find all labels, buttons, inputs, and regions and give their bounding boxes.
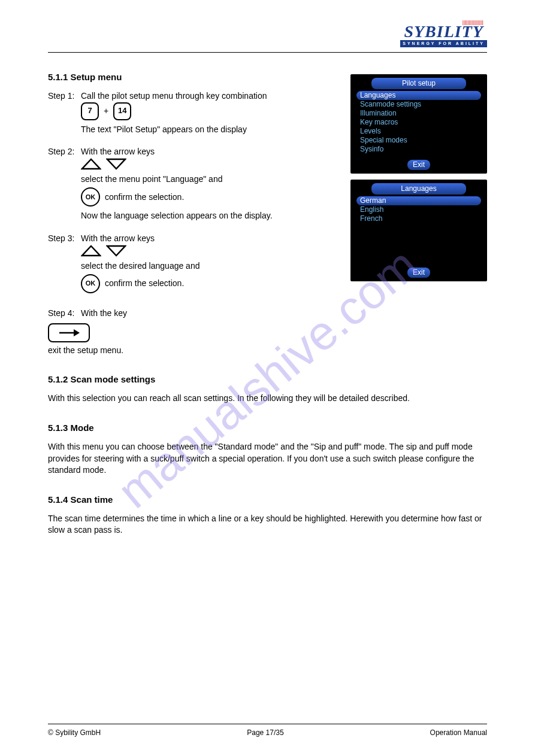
step2-label: Step 2: [48,146,81,158]
step4-text1: With the key [81,308,337,320]
brand-logo: SYBILITY SYNERGY FOR ABILITY [400,24,487,47]
key-14-icon: 14 [113,102,131,120]
svg-marker-1 [107,159,125,169]
brand-tagline: SYNERGY FOR ABILITY [400,40,487,47]
ok-button-icon: OK [81,274,100,293]
footer-right: Operation Manual [430,728,487,738]
step3-text1: With the arrow keys [81,233,337,245]
step2-text4: Now the language selection appears on th… [81,210,337,222]
arrow-down-icon [106,245,126,257]
key-7-icon: 7 [81,102,99,120]
heading-scan-mode: 5.1.2 Scan mode settings [48,373,487,385]
step3-text3: confirm the selection. [105,278,184,290]
mode-text: With this menu you can choose between th… [48,441,487,476]
page-header: SYBILITY SYNERGY FOR ABILITY [48,24,487,53]
step3-label: Step 3: [48,233,81,245]
arrow-up-icon [81,158,101,170]
step3-text2: select the desired language and [81,260,337,272]
step2-text3: confirm the selection. [105,192,184,204]
scan-time-text: The scan time determines the time in whi… [48,513,487,536]
heading-scan-time: 5.1.4 Scan time [48,493,487,506]
step1-label: Step 1: [48,90,81,102]
heading-mode: 5.1.3 Mode [48,421,487,434]
ok-button-icon: OK [81,187,100,207]
step2-text2: select the menu point "Language" and [81,174,337,186]
step1-text1: Call the pilot setup menu through key co… [81,90,337,102]
svg-marker-2 [82,246,100,256]
page-footer: © Sybility GmbH Page 17/35 Operation Man… [48,724,487,738]
footer-left: © Sybility GmbH [48,728,101,738]
exit-arrow-key-icon [48,323,90,342]
footer-center: Page 17/35 [247,728,283,738]
svg-marker-5 [74,329,80,336]
svg-marker-3 [107,246,125,256]
heading-setup-menu: 5.1.1 Setup menu [48,71,487,83]
arrow-up-icon [81,245,101,257]
brand-name: SYBILITY [404,24,483,39]
arrow-down-icon [106,158,126,170]
step2-text1: With the arrow keys [81,146,337,158]
scan-mode-text: With this selection you can reach all sc… [48,393,487,405]
step1-text2: The text "Pilot Setup" appears on the di… [81,124,337,136]
svg-marker-0 [82,159,100,169]
step4-label: Step 4: [48,308,81,320]
step4-text2: exit the setup menu. [48,345,487,357]
